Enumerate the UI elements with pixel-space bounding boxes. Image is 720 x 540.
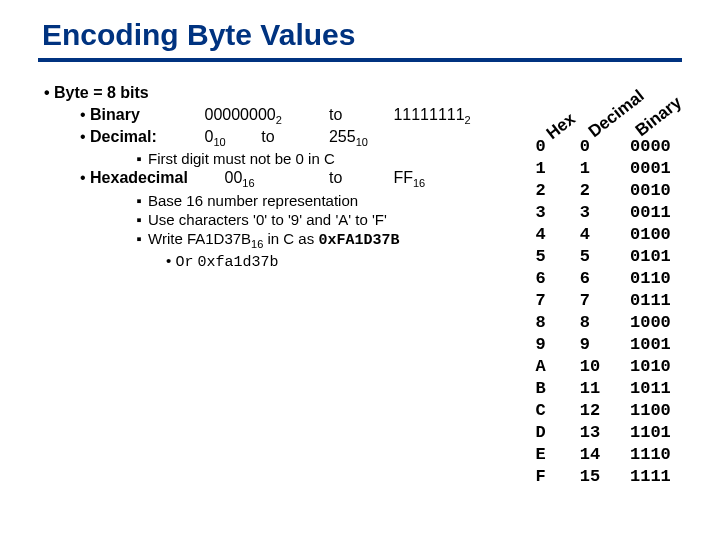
binary-to: to [329,106,389,124]
table-cell-dec: 7 [580,290,620,312]
table-cell-bin: 0110 [630,268,686,290]
table-cell-bin: 1010 [630,356,686,378]
table-cell-hex: C [536,400,570,422]
decimal-max: 25510 [329,128,389,148]
table-cell-dec: 0 [580,136,620,158]
table-cell-dec: 4 [580,224,620,246]
table-cell-dec: 11 [580,378,620,400]
table-cell-hex: B [536,378,570,400]
table-cell-dec: 1 [580,158,620,180]
table-cell-hex: D [536,422,570,444]
table-cell-bin: 0101 [630,246,686,268]
table-cell-bin: 0111 [630,290,686,312]
table-cell-dec: 12 [580,400,620,422]
table-cell-bin: 1011 [630,378,686,400]
hex-min: 0016 [225,169,325,189]
table-cell-bin: 0010 [630,180,686,202]
table-cell-bin: 1111 [630,466,686,488]
binary-label: Binary [90,106,200,124]
table-cell-bin: 0100 [630,224,686,246]
table-cell-bin: 1101 [630,422,686,444]
table-cell-hex: 4 [536,224,570,246]
byte-text: Byte = 8 bits [54,84,149,101]
table-cell-hex: 9 [536,334,570,356]
binary-min: 000000002 [205,106,325,126]
hex-max: FF16 [393,169,425,186]
table-cell-bin: 1110 [630,444,686,466]
table-cell-dec: 2 [580,180,620,202]
table-cell-bin: 1100 [630,400,686,422]
decimal-min: 010 to [205,128,325,148]
conversion-table: 0123456789ABCDEF 0123456789101112131415 … [536,136,686,488]
table-cell-dec: 3 [580,202,620,224]
table-cell-dec: 8 [580,312,620,334]
table-cell-dec: 9 [580,334,620,356]
table-cell-bin: 0011 [630,202,686,224]
table-cell-bin: 0001 [630,158,686,180]
table-cell-bin: 1001 [630,334,686,356]
hex-label: Hexadecimal [90,169,220,187]
table-cell-dec: 5 [580,246,620,268]
slide: Encoding Byte Values • Byte = 8 bits • B… [0,0,720,540]
table-cell-hex: 8 [536,312,570,334]
table-cell-hex: A [536,356,570,378]
col-hex: 0123456789ABCDEF [536,136,570,488]
hex-to: to [329,169,389,187]
table-cell-dec: 15 [580,466,620,488]
table-cell-bin: 1000 [630,312,686,334]
table-cell-hex: F [536,466,570,488]
table-cell-bin: 0000 [630,136,686,158]
table-cell-dec: 6 [580,268,620,290]
table-cell-dec: 14 [580,444,620,466]
col-dec: 0123456789101112131415 [580,136,620,488]
table-cell-hex: 7 [536,290,570,312]
table-cell-hex: 1 [536,158,570,180]
page-title: Encoding Byte Values [0,0,720,58]
col-bin: 0000000100100011010001010110011110001001… [630,136,686,488]
table-cell-dec: 13 [580,422,620,444]
table-cell-hex: 0 [536,136,570,158]
binary-max: 111111112 [393,106,503,126]
table-cell-hex: E [536,444,570,466]
table-cell-hex: 3 [536,202,570,224]
decimal-label: Decimal: [90,128,200,146]
table-cell-hex: 6 [536,268,570,290]
table-cell-dec: 10 [580,356,620,378]
table-cell-hex: 2 [536,180,570,202]
table-cell-hex: 5 [536,246,570,268]
